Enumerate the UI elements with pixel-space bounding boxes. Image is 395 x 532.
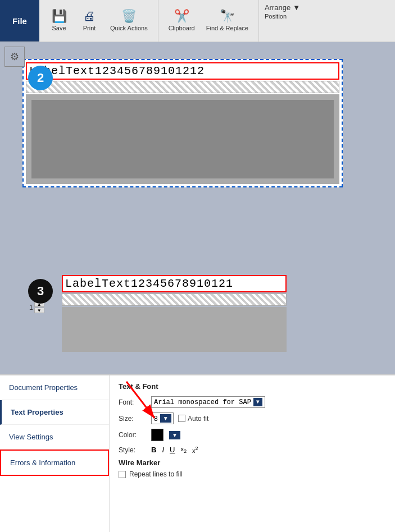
print-icon: 🖨 (83, 10, 96, 22)
gray-content-box-2 (26, 94, 339, 184)
properties-content: Text & Font Font: Arial monospaced for S… (110, 375, 395, 532)
position-label: Position (265, 13, 287, 20)
file-label: File (12, 16, 27, 26)
find-replace-label: Find & Replace (206, 25, 248, 31)
clipboard-label: Clipboard (169, 25, 195, 31)
style-label: Style: (119, 446, 147, 454)
font-select-value: Arial monospaced for SAP (154, 398, 251, 406)
color-dropdown-arrow[interactable]: ▼ (169, 431, 180, 439)
size-select-value: 8 (154, 415, 158, 423)
clipboard-button[interactable]: ✂️ Clipboard (164, 8, 199, 34)
subscript-button[interactable]: x2 (180, 446, 187, 454)
canvas-area: 2 1 ▲ ▼ LabelText123456789101212 3 1 ▲ ▼ (0, 42, 395, 374)
arrange-dropdown-icon: ▼ (293, 3, 300, 12)
doc-props-label: Document Properties (9, 383, 78, 392)
file-button[interactable]: File (0, 0, 39, 42)
view-settings-nav[interactable]: View Settings (0, 425, 109, 450)
find-replace-button[interactable]: 🔭 Find & Replace (202, 8, 253, 34)
view-settings-label: View Settings (9, 433, 53, 441)
quick-actions-label: Quick Actions (110, 25, 148, 31)
errors-info-nav[interactable]: Errors & Information (0, 450, 109, 476)
arrange-button[interactable]: Arrange ▼ (265, 3, 300, 12)
repeat-row: Repeat lines to fill (119, 470, 386, 478)
size-row: Size: 8 ▼ Auto fit (119, 412, 386, 424)
spinner-2-value: 1 (29, 304, 33, 311)
font-row: Font: Arial monospaced for SAP ▼ (119, 396, 386, 408)
badge-2-text: 2 (37, 71, 44, 85)
properties-sidebar: Document Properties Text Properties View… (0, 375, 110, 532)
label-text-3[interactable]: LabelText12345678910121 (62, 275, 287, 292)
save-group: 💾 Save 🖨 Print 🗑️ Quick Actions (39, 0, 158, 42)
save-label: Save (52, 25, 66, 31)
bold-button[interactable]: B (151, 446, 156, 454)
label-card-3: LabelText12345678910121 (62, 275, 287, 352)
save-icon: 💾 (52, 10, 67, 22)
autofit-label: Auto fit (178, 415, 208, 423)
style-row: Style: B I U x2 x2 (119, 446, 386, 454)
clipboard-group: ✂️ Clipboard 🔭 Find & Replace (158, 0, 259, 42)
canvas-tool-icon: ⚙ (4, 47, 25, 67)
save-button[interactable]: 💾 Save (45, 8, 73, 34)
properties-panel: Document Properties Text Properties View… (0, 374, 395, 532)
arrange-label: Arrange (265, 3, 290, 12)
find-replace-icon: 🔭 (220, 10, 235, 22)
badge-2: 2 (28, 66, 53, 90)
text-props-nav[interactable]: Text Properties (0, 400, 109, 425)
color-label: Color: (119, 431, 147, 439)
errors-info-label: Errors & Information (10, 458, 75, 467)
arrange-group: Arrange ▼ Position (259, 0, 306, 42)
underline-button[interactable]: U (170, 446, 175, 454)
toolbar: File 💾 Save 🖨 Print 🗑️ Quick Actions ✂️ … (0, 0, 395, 42)
font-select-arrow[interactable]: ▼ (253, 398, 262, 406)
font-label: Font: (119, 398, 147, 406)
spinner-2-down[interactable]: ▼ (34, 308, 44, 313)
quick-actions-icon: 🗑️ (121, 10, 137, 22)
label-text-2[interactable]: LabelText123456789101212 (26, 62, 339, 80)
autofit-checkbox[interactable] (178, 415, 185, 422)
label-card-2: LabelText123456789101212 (22, 59, 343, 187)
color-swatch[interactable] (151, 429, 164, 441)
repeat-checkbox[interactable] (119, 471, 126, 478)
badge-3-text: 3 (37, 284, 44, 299)
text-font-section-title: Text & Font (119, 382, 386, 391)
color-row: Color: ▼ (119, 429, 386, 441)
hatch-bar-3 (62, 293, 287, 306)
print-button[interactable]: 🖨 Print (75, 8, 103, 34)
size-select[interactable]: 8 ▼ (151, 412, 174, 424)
repeat-label: Repeat lines to fill (129, 470, 183, 478)
font-select[interactable]: Arial monospaced for SAP ▼ (151, 396, 265, 408)
italic-button[interactable]: I (162, 446, 164, 454)
gray-content-box-3 (62, 307, 287, 352)
size-label: Size: (119, 415, 147, 423)
gray-inner-box-2 (31, 100, 334, 178)
style-buttons: B I U x2 x2 (151, 446, 198, 454)
clipboard-icon: ✂️ (174, 10, 189, 22)
text-props-label: Text Properties (11, 408, 63, 416)
size-select-arrow[interactable]: ▼ (160, 414, 171, 423)
hatch-bar-2 (26, 81, 339, 93)
badge-3: 3 (28, 279, 53, 304)
wire-marker-section-title: Wire Marker (119, 458, 386, 467)
quick-actions-button[interactable]: 🗑️ Quick Actions (106, 8, 152, 34)
print-label: Print (83, 25, 96, 31)
doc-props-nav[interactable]: Document Properties (0, 375, 109, 400)
superscript-button[interactable]: x2 (192, 446, 198, 454)
autofit-text: Auto fit (188, 415, 208, 423)
